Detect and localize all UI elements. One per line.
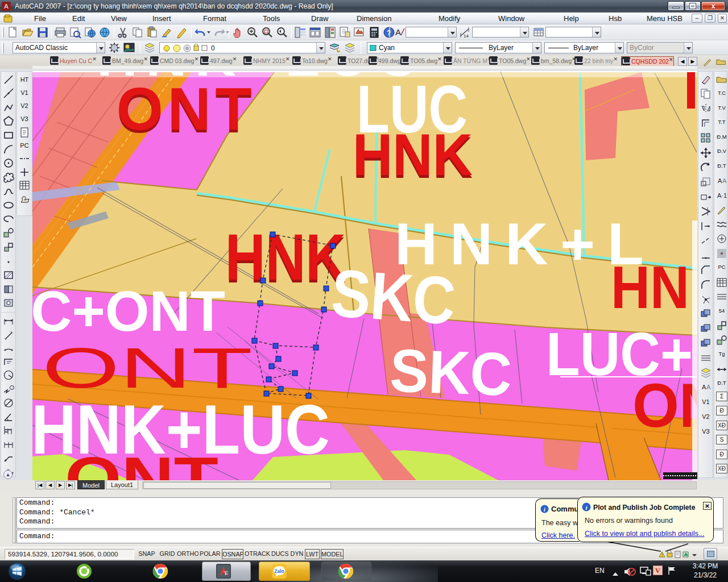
svg-text:A: A (395, 27, 401, 37)
svg-text:ONT: ONT (65, 445, 218, 480)
svg-text:HN: HN (611, 254, 689, 321)
svg-text:i: i (544, 506, 545, 513)
svg-text:A: A (706, 384, 711, 390)
svg-text:14: 14 (464, 34, 469, 39)
svg-text:UC+ONT: UC+ONT (32, 279, 225, 343)
svg-text:SKC: SKC (389, 336, 513, 408)
svg-text:0: 0 (211, 44, 215, 52)
svg-text:HNK: HNK (225, 221, 346, 293)
svg-text:A: A (718, 177, 722, 184)
svg-text:ONT: ONT (117, 76, 257, 142)
svg-text:ON: ON (632, 370, 697, 440)
svg-text:HNK: HNK (353, 122, 473, 188)
svg-text:ONT: ONT (42, 336, 253, 400)
svg-text:A: A (702, 384, 706, 390)
svg-text:A·1: A·1 (717, 192, 727, 199)
svg-text:A: A (4, 3, 9, 10)
svg-text:Zalo: Zalo (274, 568, 284, 574)
svg-text:A: A (722, 177, 727, 184)
